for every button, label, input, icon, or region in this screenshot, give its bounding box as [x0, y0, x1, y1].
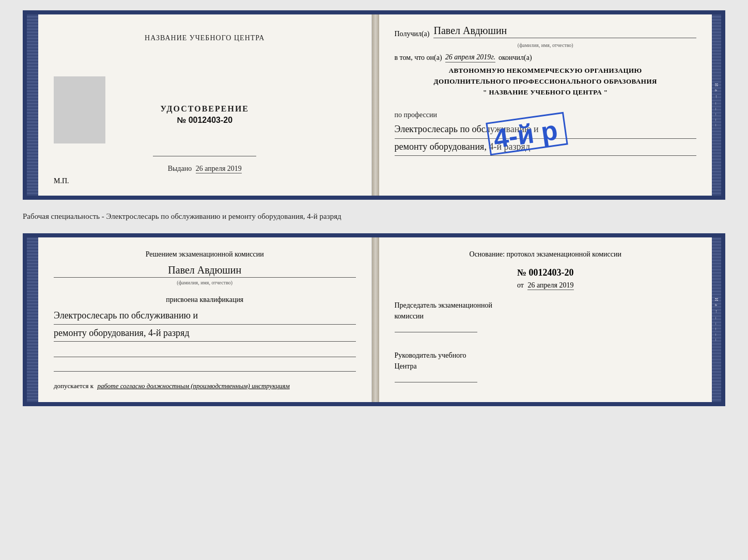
left-texture-strip-bottom [27, 237, 38, 402]
left-texture-strip-top [27, 14, 38, 196]
head-sign-line [395, 382, 477, 382]
blank-line-1 [54, 347, 356, 357]
bottom-document: Решением экзаменационной комиссии Павел … [23, 233, 725, 406]
date-prefix: от [517, 281, 524, 289]
mp-label: М.П. [54, 177, 69, 185]
stamp-number: 4-й р [492, 117, 559, 152]
issued-label: Выдано [168, 165, 192, 172]
side-char-b6: – [714, 328, 719, 331]
head-title: Руководитель учебного Центра [395, 350, 697, 372]
side-char-4: – [714, 102, 719, 106]
side-char-6: – [714, 113, 719, 117]
bottom-right-page: Основание: протокол экзаменационной коми… [379, 237, 712, 402]
head-label2: Центра [395, 362, 417, 370]
side-char-2: а [714, 89, 719, 92]
head-label1: Руководитель учебного [395, 351, 466, 359]
side-char-b5: – [714, 323, 719, 326]
received-line: Получил(а) Павел Авдюшин [395, 25, 697, 38]
vtom-label: в том, что он(а) [395, 54, 442, 62]
certificate-block: УДОСТОВЕРЕНИЕ № 0012403-20 [160, 104, 249, 125]
protocol-date-value: 26 апреля 2019 [527, 281, 573, 290]
protocol-number: № 0012403-20 [395, 267, 697, 278]
osnov-title: Основание: протокол экзаменационной коми… [395, 249, 697, 260]
received-label: Получил(а) [395, 30, 430, 38]
допуск-label: допускается к [54, 382, 93, 390]
recipient-name: Павел Авдюшин [433, 25, 696, 38]
signature-line-left [153, 156, 256, 156]
side-char-b8: – [714, 339, 719, 342]
completed-label: окончил(а) [498, 54, 532, 62]
issued-date-value: 26 апреля 2019 [196, 165, 242, 173]
right-texture-strip-top: И а ← – – – – – [712, 14, 721, 196]
org-line2: ДОПОЛНИТЕЛЬНОГО ПРОФЕССИОНАЛЬНОГО ОБРАЗО… [395, 76, 697, 87]
chair-label1: Председатель экзаменационной [395, 301, 492, 309]
side-char-b1: И [714, 298, 719, 302]
spine-divider-bottom [372, 237, 379, 402]
qual-line1: Электрослесарь по обслуживанию и [54, 307, 356, 324]
side-char-b2: а [714, 304, 719, 307]
qual-line2: ремонту оборудования, 4-й разряд [54, 325, 356, 342]
assigned-label: присвоена квалификация [54, 296, 356, 304]
side-char-b4: – [714, 317, 719, 321]
side-char-b3: ← [714, 309, 719, 315]
commission-title-text: Решением экзаменационной комиссии [146, 250, 264, 258]
side-char-8: – [714, 124, 719, 127]
top-left-page: НАЗВАНИЕ УЧЕБНОГО ЦЕНТРА УДОСТОВЕРЕНИЕ №… [38, 14, 372, 196]
cert-number: № 0012403-20 [160, 116, 249, 125]
side-char-1: И [714, 83, 719, 88]
side-char-3: ← [714, 94, 719, 100]
bottom-fio-label: (фамилия, имя, отчество) [54, 280, 356, 285]
stamp-org-block: 4-й р АВТОНОМНУЮ НЕКОММЕРЧЕСКУЮ ОРГАНИЗА… [395, 66, 697, 107]
blank-line-2 [54, 361, 356, 372]
chair-block: Председатель экзаменационной комиссии [395, 300, 697, 332]
spine-divider-top [372, 14, 379, 196]
issued-date: Выдано 26 апреля 2019 [168, 165, 242, 173]
org-line1: АВТОНОМНУЮ НЕКОММЕРЧЕСКУЮ ОРГАНИЗАЦИЮ [395, 66, 697, 76]
org-name-block: АВТОНОМНУЮ НЕКОММЕРЧЕСКУЮ ОРГАНИЗАЦИЮ ДО… [395, 66, 697, 98]
commission-title: Решением экзаменационной комиссии [54, 249, 356, 260]
between-label: Рабочая специальность - Электрослесарь п… [23, 209, 725, 224]
blank-lines-block [54, 347, 356, 376]
cert-label: УДОСТОВЕРЕНИЕ [160, 104, 249, 114]
photo-placeholder [54, 76, 105, 143]
chair-sign-line [395, 332, 477, 332]
top-right-page: Получил(а) Павел Авдюшин (фамилия, имя, … [379, 14, 712, 196]
training-center-title-left: НАЗВАНИЕ УЧЕБНОГО ЦЕНТРА [145, 34, 264, 42]
bottom-left-page: Решением экзаменационной комиссии Павел … [38, 237, 372, 402]
side-char-b7: – [714, 333, 719, 337]
protocol-date-block: от 26 апреля 2019 [395, 281, 697, 290]
chair-label2: комиссии [395, 312, 424, 320]
completed-date: 26 апреля 2019г. [445, 53, 495, 62]
vtom-line: в том, что он(а) 26 апреля 2019г. окончи… [395, 53, 697, 62]
org-line3: " НАЗВАНИЕ УЧЕБНОГО ЦЕНТРА " [395, 87, 697, 98]
допуск-text: работе согласно должностным (производств… [97, 382, 289, 390]
side-char-7: – [714, 119, 719, 122]
right-texture-strip-bottom: И а ← – – – – – [712, 237, 721, 402]
side-char-5: – [714, 108, 719, 111]
chair-title: Председатель экзаменационной комиссии [395, 300, 697, 322]
допуск-block: допускается к работе согласно должностны… [54, 381, 356, 391]
fio-label-top: (фамилия, имя, отчество) [395, 42, 697, 48]
bottom-recipient-name: Павел Авдюшин [54, 264, 356, 278]
top-document: НАЗВАНИЕ УЧЕБНОГО ЦЕНТРА УДОСТОВЕРЕНИЕ №… [23, 10, 725, 200]
head-block: Руководитель учебного Центра [395, 350, 697, 382]
between-label-text: Рабочая специальность - Электрослесарь п… [23, 212, 341, 220]
